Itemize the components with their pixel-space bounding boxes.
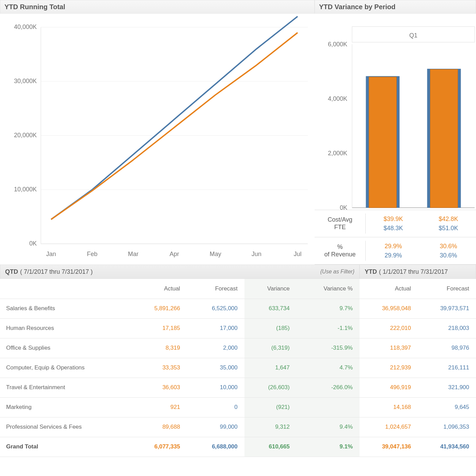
ytd-running-title-text: YTD Running Total <box>4 3 65 11</box>
svg-rect-31 <box>430 69 458 208</box>
column-header[interactable]: Variance <box>244 279 297 299</box>
qtd-label: QTD <box>5 268 18 275</box>
svg-text:Q1: Q1 <box>409 32 417 39</box>
ytd-running-chart[interactable]: 0K10,000K20,000K30,000K40,000KJanFebMarA… <box>0 14 315 264</box>
ytd-variance-title: YTD Variance by Period <box>315 0 476 14</box>
svg-text:Jun: Jun <box>252 251 261 257</box>
svg-rect-28 <box>369 77 397 208</box>
svg-text:4,000K: 4,000K <box>328 95 347 102</box>
metric-cell: 29.9%29.9% <box>366 243 421 259</box>
metric-section: Cost/AvgFTE$39.9K$48.3K$42.8K$51.0K%of R… <box>315 210 476 265</box>
metric-cell: $42.8K$51.0K <box>421 216 476 232</box>
metric-label: %of Revenue <box>315 241 366 261</box>
svg-text:Apr: Apr <box>170 251 179 257</box>
qtd-table[interactable]: ActualForecastVarianceVariance %Salaries… <box>0 279 360 457</box>
ytd-title-bar: YTD ( 1/1/2017 thru 7/31/2017 <box>360 265 476 279</box>
table-row[interactable]: Professional Services & Fees89,68899,000… <box>0 417 360 437</box>
svg-text:Jan: Jan <box>46 251 56 257</box>
ytd-variance-title-text: YTD Variance by Period <box>319 3 396 11</box>
svg-text:May: May <box>210 251 221 257</box>
ytd-table[interactable]: ActualForecast36,958,04839,973,571222,01… <box>360 279 476 457</box>
svg-text:Jul: Jul <box>293 251 301 257</box>
table-row[interactable]: Salaries & Benefits5,891,2666,525,000633… <box>0 299 360 318</box>
svg-text:Feb: Feb <box>87 251 97 257</box>
svg-text:2,000K: 2,000K <box>328 150 347 157</box>
svg-text:20,000K: 20,000K <box>14 132 37 139</box>
column-header[interactable]: Variance % <box>297 279 360 299</box>
svg-text:40,000K: 40,000K <box>14 23 37 30</box>
column-header[interactable]: Forecast <box>418 279 476 299</box>
grand-total-row[interactable]: 39,047,13641,934,560 <box>360 437 476 457</box>
ytd-variance-chart[interactable]: Q10K2,000K4,000K6,000K <box>315 14 476 210</box>
metric-row: %of Revenue29.9%29.9%30.6%30.6% <box>315 237 476 265</box>
ytd-running-title: YTD Running Total <box>0 0 315 14</box>
qtd-filter-note[interactable]: {Use as Filter} <box>320 269 354 275</box>
qtd-title-bar: QTD ( 7/1/2017 thru 7/31/2017 ) {Use as … <box>0 265 360 279</box>
metric-label: Cost/AvgFTE <box>315 213 366 234</box>
svg-text:0K: 0K <box>340 204 347 210</box>
metric-row: Cost/AvgFTE$39.9K$48.3K$42.8K$51.0K <box>315 210 476 237</box>
table-row[interactable]: 36,958,04839,973,571 <box>360 299 476 318</box>
svg-text:30,000K: 30,000K <box>14 78 37 84</box>
table-row[interactable]: Office & Supplies8,3192,000(6,319)-315.9… <box>0 338 360 358</box>
table-row[interactable]: 496,919321,900 <box>360 378 476 397</box>
ytd-range: ( 1/1/2017 thru 7/31/2017 <box>379 268 448 275</box>
qtd-range: ( 7/1/2017 thru 7/31/2017 ) <box>20 268 93 275</box>
column-header[interactable]: Forecast <box>187 279 244 299</box>
svg-text:0K: 0K <box>29 240 37 247</box>
ytd-label: YTD <box>365 268 377 275</box>
column-header[interactable]: Actual <box>360 279 418 299</box>
metric-cell: $39.9K$48.3K <box>366 216 421 232</box>
table-row[interactable]: 222,010218,003 <box>360 318 476 338</box>
table-row[interactable]: 14,1689,645 <box>360 397 476 417</box>
table-row[interactable]: Marketing9210(921) <box>0 397 360 417</box>
svg-text:10,000K: 10,000K <box>14 186 37 193</box>
table-row[interactable]: 212,939216,111 <box>360 358 476 378</box>
grand-total-row[interactable]: Grand Total6,077,3356,688,000610,6659.1% <box>0 437 360 457</box>
svg-text:Mar: Mar <box>128 251 139 257</box>
table-row[interactable]: 1,024,6571,096,353 <box>360 417 476 437</box>
column-header[interactable]: Actual <box>129 279 187 299</box>
table-row[interactable]: 118,39798,976 <box>360 338 476 358</box>
table-row[interactable]: Human Resources17,18517,000(185)-1.1% <box>0 318 360 338</box>
svg-text:6,000K: 6,000K <box>328 41 347 48</box>
table-row[interactable]: Travel & Entertainment36,60310,000(26,60… <box>0 378 360 397</box>
metric-cell: 30.6%30.6% <box>421 243 476 259</box>
table-row[interactable]: Computer, Equip & Operations33,35335,000… <box>0 358 360 378</box>
